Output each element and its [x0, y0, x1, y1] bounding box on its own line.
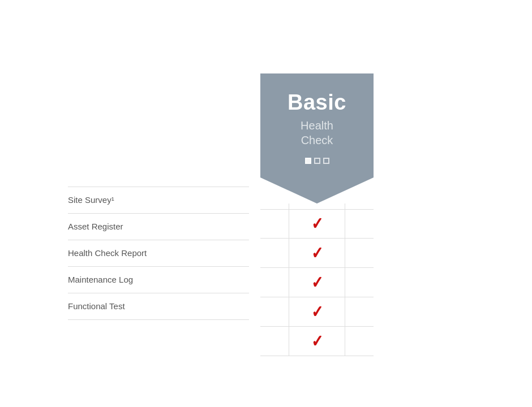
feature-item-functional-test: Functional Test — [68, 293, 249, 320]
checkmark-4: ✓ — [311, 304, 323, 321]
feature-item-asset-register: Asset Register — [68, 214, 249, 240]
pricing-layout: Site Survey¹ Asset Register Health Check… — [68, 73, 464, 356]
feature-label-site-survey: Site Survey¹ — [68, 195, 114, 205]
plan-body: ✓ ✓ ✓ ✓ ✓ — [260, 204, 374, 356]
checkmark-2: ✓ — [311, 245, 323, 262]
plan-title: Basic — [288, 90, 346, 115]
plan-subtitle: HealthCheck — [301, 118, 333, 148]
feature-label-maintenance-log: Maintenance Log — [68, 275, 133, 284]
plan-column-basic: Basic HealthCheck ✓ ✓ ✓ — [249, 73, 385, 356]
feature-label-functional-test: Functional Test — [68, 301, 125, 311]
feature-item-health-check-report: Health Check Report — [68, 240, 249, 267]
check-row-3: ✓ — [260, 268, 374, 297]
check-row-2: ✓ — [260, 239, 374, 268]
plan-dots — [305, 158, 329, 164]
dot-2 — [314, 158, 320, 164]
check-row-1: ✓ — [260, 209, 374, 239]
plan-header: Basic HealthCheck — [260, 73, 374, 204]
dot-1 — [305, 158, 311, 164]
feature-label-health-check-report: Health Check Report — [68, 248, 147, 258]
feature-item-maintenance-log: Maintenance Log — [68, 267, 249, 293]
dot-3 — [323, 158, 329, 164]
checkmark-3: ✓ — [311, 274, 323, 291]
feature-item-site-survey: Site Survey¹ — [68, 187, 249, 214]
checkmark-5: ✓ — [311, 333, 323, 350]
checkmark-1: ✓ — [311, 215, 323, 232]
check-row-4: ✓ — [260, 297, 374, 327]
feature-label-asset-register: Asset Register — [68, 222, 123, 231]
feature-list: Site Survey¹ Asset Register Health Check… — [68, 73, 249, 320]
check-row-5: ✓ — [260, 327, 374, 356]
page-container: Site Survey¹ Asset Register Health Check… — [0, 0, 532, 407]
